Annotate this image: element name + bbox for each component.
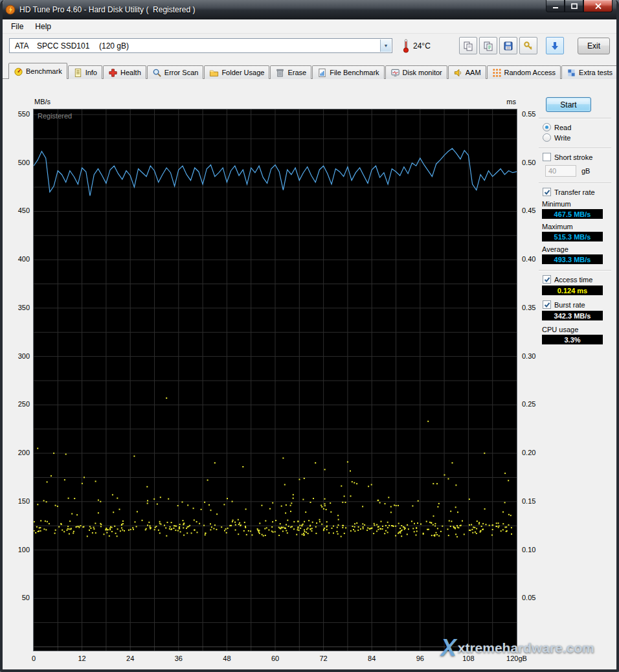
left-axis-tick: 200	[12, 449, 30, 456]
separator	[539, 118, 611, 119]
tab-random-access[interactable]: Random Access	[487, 65, 561, 79]
tab-aam[interactable]: AAM	[448, 65, 486, 79]
check-icon	[544, 302, 550, 308]
close-icon	[595, 3, 602, 9]
tab-label: Benchmark	[26, 67, 62, 75]
copy-text-icon	[483, 41, 493, 51]
keys-icon	[523, 41, 534, 51]
minimize-button[interactable]	[546, 0, 565, 12]
write-radio-label: Write	[554, 134, 570, 142]
drive-bus: ATA	[15, 41, 37, 50]
maximize-button[interactable]	[565, 0, 583, 12]
average-value: 493.3 MB/s	[542, 254, 603, 264]
benchmark-page: MB/s ms Registered 550500450400350300250…	[3, 79, 616, 669]
right-axis-tick: 0.25	[522, 400, 535, 408]
start-button[interactable]: Start	[546, 97, 591, 112]
right-axis-tick: 0.45	[522, 207, 535, 214]
left-axis-tick: 400	[12, 255, 30, 263]
drive-selector[interactable]: ATA SPCC SSD101 (120 gB) ▼	[9, 38, 392, 53]
right-axis-tick: 0.50	[522, 159, 535, 166]
tab-label: File Benchmark	[330, 69, 379, 76]
folder-icon	[209, 68, 219, 78]
menu-file[interactable]: File	[5, 21, 29, 32]
transfer-rate-checkbox[interactable]	[543, 188, 551, 196]
copy-text-button[interactable]	[479, 37, 497, 54]
download-arrow-icon	[550, 41, 560, 51]
short-stroke-unit: gB	[581, 167, 590, 175]
copy-screenshot-button[interactable]	[459, 37, 477, 54]
maximum-value: 515.3 MB/s	[542, 232, 603, 241]
minimum-label: Minimum	[542, 200, 613, 208]
tab-extra-tests[interactable]: Extra tests	[561, 65, 618, 79]
cpu-usage-value: 3.3%	[542, 335, 603, 344]
short-stroke-input[interactable]	[545, 165, 576, 177]
access-time-checkbox[interactable]	[543, 275, 551, 284]
access-time-value: 0.124 ms	[542, 286, 603, 295]
tab-file-benchmark[interactable]: File Benchmark	[312, 65, 384, 79]
right-axis-unit: ms	[502, 98, 516, 106]
tab-label: Erase	[287, 69, 306, 76]
tab-health[interactable]: Health	[103, 65, 146, 79]
close-button[interactable]	[583, 0, 613, 12]
read-radio-row[interactable]: Read	[543, 123, 613, 131]
x-axis-tick: 48	[214, 655, 240, 662]
tab-error-scan[interactable]: Error Scan	[147, 65, 204, 79]
right-axis-tick: 0.05	[522, 594, 535, 601]
benchmark-chart: Registered	[33, 109, 517, 651]
tab-disk-monitor[interactable]: Disk monitor	[385, 65, 447, 79]
window-title: HD Tune Pro 4.60 - Hard Disk Utility ( R…	[19, 5, 195, 14]
left-axis-tick: 550	[12, 110, 30, 118]
x-axis-tick: 108	[455, 655, 481, 662]
write-radio-row[interactable]: Write	[543, 133, 613, 142]
burst-rate-row[interactable]: Burst rate	[543, 300, 613, 309]
options-button[interactable]	[519, 37, 537, 54]
menu-help[interactable]: Help	[29, 21, 57, 32]
left-axis-tick: 350	[12, 304, 30, 311]
thermometer-icon	[403, 39, 409, 53]
registered-watermark: Registered	[38, 112, 72, 120]
tab-label: AAM	[466, 69, 481, 76]
tab-erase[interactable]: Erase	[270, 65, 311, 79]
left-axis-tick: 250	[12, 400, 30, 408]
capture-button[interactable]	[546, 37, 564, 54]
x-axis-tick: 60	[262, 655, 288, 662]
x-axis-tick: 12	[69, 655, 95, 662]
save-screenshot-button[interactable]	[499, 37, 517, 54]
chevron-down-icon[interactable]: ▼	[380, 39, 391, 52]
x-axis-tick: 84	[359, 655, 385, 662]
right-axis-tick: 0.10	[522, 546, 535, 554]
separator	[539, 148, 611, 149]
titlebar[interactable]: HD Tune Pro 4.60 - Hard Disk Utility ( R…	[0, 0, 619, 19]
drive-model: SPCC SSD101	[37, 41, 99, 50]
app-window: HD Tune Pro 4.60 - Hard Disk Utility ( R…	[0, 0, 619, 672]
tab-label: Health	[120, 69, 141, 76]
short-stroke-row[interactable]: Short stroke	[543, 153, 613, 161]
burst-rate-checkbox[interactable]	[543, 300, 551, 309]
drive-size: (120 gB)	[99, 41, 129, 50]
file-benchmark-icon	[317, 68, 327, 78]
temperature-indicator: 24°C	[403, 39, 431, 53]
check-icon	[544, 276, 550, 283]
read-radio[interactable]	[543, 123, 551, 131]
x-axis-tick: 120gB	[504, 655, 530, 662]
left-axis-tick: 500	[12, 159, 30, 166]
transfer-rate-row[interactable]: Transfer rate	[543, 188, 613, 196]
access-time-row[interactable]: Access time	[543, 275, 613, 284]
extra-tests-icon	[567, 68, 576, 78]
tab-folder-usage[interactable]: Folder Usage	[204, 65, 269, 79]
transfer-rate-label: Transfer rate	[554, 188, 595, 196]
tab-info[interactable]: Info	[68, 65, 102, 79]
save-icon	[503, 41, 513, 51]
left-axis-tick: 50	[12, 594, 30, 601]
tab-label: Disk monitor	[403, 69, 442, 76]
short-stroke-input-row: gB	[545, 165, 613, 177]
burst-rate-value: 342.3 MB/s	[542, 311, 603, 320]
maximum-label: Maximum	[542, 223, 613, 230]
right-axis-tick: 0.30	[522, 352, 535, 360]
minimum-value: 467.5 MB/s	[542, 209, 603, 219]
tab-label: Info	[85, 69, 97, 76]
tab-benchmark[interactable]: Benchmark	[8, 63, 67, 79]
write-radio[interactable]	[543, 133, 551, 142]
short-stroke-checkbox[interactable]	[543, 153, 551, 161]
exit-button[interactable]: Exit	[578, 38, 610, 54]
